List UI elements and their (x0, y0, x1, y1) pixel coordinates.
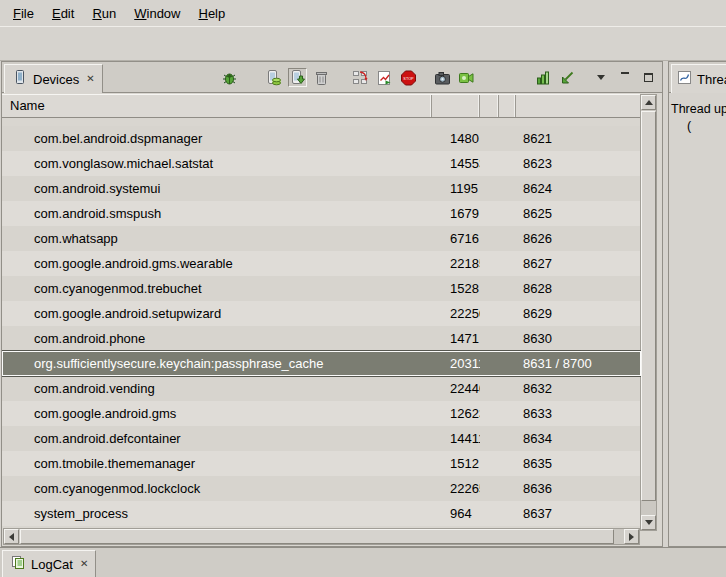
process-name: com.whatsapp (2, 231, 432, 246)
update-threads-icon[interactable] (351, 68, 370, 87)
view-menu-icon[interactable] (591, 68, 610, 87)
process-name: com.vonglasow.michael.satstat (2, 156, 432, 171)
threads-tabbar: Threads (669, 62, 726, 93)
process-name: com.tmobile.thememanager (2, 456, 432, 471)
process-pid: 12623 (432, 406, 480, 421)
column-header-spacer2[interactable] (499, 95, 516, 117)
column-header-name[interactable]: Name (2, 95, 432, 117)
table-row[interactable]: com.android.vending 22440 8632 (2, 376, 641, 401)
process-port: 8630 (516, 331, 641, 346)
table-row[interactable]: com.cyanogenmod.lockclock 22265 8636 (2, 476, 641, 501)
diagonal-arrows-icon[interactable] (558, 68, 577, 87)
debug-process-icon[interactable] (220, 68, 239, 87)
process-pid: 1679 (432, 206, 480, 221)
table-row[interactable]: com.bel.android.dspmanager 1480 8621 (2, 126, 641, 151)
close-icon[interactable]: ✕ (86, 74, 94, 84)
table-row[interactable]: com.google.android.gms 12623 8633 (2, 401, 641, 426)
table-row[interactable]: com.google.android.gms.wearable 22185 86… (2, 251, 641, 276)
tab-logcat[interactable]: LogCat ✕ (2, 550, 96, 577)
table-row[interactable]: com.google.android.setupwizard 22250 862… (2, 301, 641, 326)
screen-record-icon[interactable] (457, 68, 476, 87)
table-row[interactable]: org.sufficientlysecure.keychain:passphra… (2, 351, 641, 376)
process-name: com.android.defcontainer (2, 431, 432, 446)
process-pid: 14553 (432, 156, 480, 171)
process-pid: 22440 (432, 381, 480, 396)
start-method-profiling-icon[interactable] (375, 68, 394, 87)
process-port: 8628 (516, 281, 641, 296)
table-row[interactable]: com.vonglasow.michael.satstat 14553 8623 (2, 151, 641, 176)
process-pid: 1528 (432, 281, 480, 296)
column-header-pid[interactable] (432, 95, 480, 117)
cause-gc-icon[interactable] (312, 68, 331, 87)
vertical-scrollbar-thumb[interactable] (641, 111, 656, 501)
table-row[interactable]: com.whatsapp 6716 8626 (2, 226, 641, 251)
table-row[interactable]: com.android.systemui 1195 8624 (2, 176, 641, 201)
process-port: 8629 (516, 306, 641, 321)
process-name: com.cyanogenmod.lockclock (2, 481, 432, 496)
process-port: 8626 (516, 231, 641, 246)
minimize-icon[interactable] (615, 68, 634, 87)
menu-window[interactable]: Window (125, 3, 189, 24)
process-pid: 6716 (432, 231, 480, 246)
maximize-icon[interactable] (639, 68, 658, 87)
tab-logcat-label: LogCat (31, 557, 73, 572)
table-row[interactable]: system_process 964 8637 (2, 501, 641, 526)
scroll-down-icon[interactable] (641, 515, 656, 530)
horizontal-scrollbar-thumb[interactable] (20, 529, 614, 544)
svg-text:STOP: STOP (403, 76, 414, 80)
bottom-tabbar: LogCat ✕ (0, 547, 726, 577)
vertical-scrollbar[interactable] (640, 94, 657, 531)
scroll-left-icon[interactable] (4, 529, 19, 544)
process-pid: 22185 (432, 256, 480, 271)
process-name: com.google.android.setupwizard (2, 306, 432, 321)
process-name: com.google.android.gms (2, 406, 432, 421)
tab-threads[interactable]: Threads (671, 64, 726, 93)
menu-file[interactable]: File (4, 3, 43, 24)
close-icon[interactable]: ✕ (80, 559, 88, 569)
process-pid: 20311 (432, 356, 480, 371)
process-port: 8635 (516, 456, 641, 471)
process-pid: 22265 (432, 481, 480, 496)
process-name: com.android.phone (2, 331, 432, 346)
process-pid: 22250 (432, 306, 480, 321)
column-header-spacer1[interactable] (480, 95, 499, 117)
dump-hprof-icon[interactable] (288, 68, 307, 87)
process-pid: 14411 (432, 431, 480, 446)
table-row[interactable]: com.android.smspush 1679 8625 (2, 201, 641, 226)
menu-bar: File Edit Run Window Help (0, 0, 726, 26)
devices-view: Devices ✕ (1, 61, 663, 547)
process-pid: 964 (432, 506, 480, 521)
process-port: 8623 (516, 156, 641, 171)
process-pid: 1471 (432, 331, 480, 346)
table-row[interactable]: com.android.defcontainer 14411 8634 (2, 426, 641, 451)
devices-tabbar: Devices ✕ (2, 62, 662, 93)
update-heap-icon[interactable] (264, 68, 283, 87)
process-name: com.android.smspush (2, 206, 432, 221)
process-pid: 1512 (432, 456, 480, 471)
menu-help[interactable]: Help (189, 3, 234, 24)
process-port: 8627 (516, 256, 641, 271)
table-row[interactable]: com.cyanogenmod.trebuchet 1528 8628 (2, 276, 641, 301)
scroll-up-icon[interactable] (641, 95, 656, 110)
bar-chart-icon[interactable] (534, 68, 553, 87)
logcat-icon (10, 555, 26, 573)
scroll-right-icon[interactable] (624, 529, 639, 544)
table-row[interactable]: com.tmobile.thememanager 1512 8635 (2, 451, 641, 476)
process-name: org.sufficientlysecure.keychain:passphra… (2, 356, 432, 371)
column-header-port[interactable] (516, 95, 641, 117)
table-row[interactable]: com.android.phone 1471 8630 (2, 326, 641, 351)
screen-capture-icon[interactable] (433, 68, 452, 87)
process-name: com.android.systemui (2, 181, 432, 196)
menu-run[interactable]: Run (83, 3, 125, 24)
process-name: system_process (2, 506, 432, 521)
horizontal-scrollbar[interactable] (3, 528, 640, 545)
tab-devices[interactable]: Devices ✕ (4, 64, 103, 93)
process-name: com.android.vending (2, 381, 432, 396)
menu-edit[interactable]: Edit (43, 3, 83, 24)
threads-message-line1: Thread up (671, 102, 724, 116)
stop-process-icon[interactable]: STOP (399, 68, 418, 87)
process-port: 8632 (516, 381, 641, 396)
table-header[interactable]: Name (2, 94, 641, 118)
process-port: 8621 (516, 131, 641, 146)
threads-content: Thread up ( (669, 93, 726, 133)
